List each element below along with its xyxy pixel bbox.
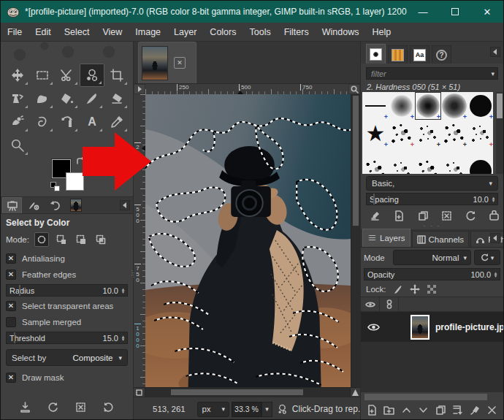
brush-acrylic-3[interactable]: + <box>441 120 467 148</box>
menu-tools[interactable]: Tools <box>243 23 277 42</box>
spacing-spinner[interactable]: ▴▾ <box>490 196 497 202</box>
lock-position-button[interactable] <box>410 284 420 294</box>
sample-merged-checkbox[interactable] <box>6 317 16 327</box>
layer-thumbnail[interactable] <box>411 315 429 340</box>
brush-hardness-025[interactable]: + <box>389 92 415 120</box>
threshold-spinner[interactable]: ▴▾ <box>120 335 126 341</box>
brush-star[interactable]: ★+ <box>362 120 389 148</box>
feather-edges-checkbox[interactable]: ✕ <box>6 270 16 280</box>
menu-layer[interactable]: Layer <box>167 23 203 42</box>
menu-windows[interactable]: Windows <box>316 23 366 42</box>
brush-texture-5[interactable] <box>467 148 493 174</box>
refresh-brushes-button[interactable] <box>463 208 478 223</box>
edit-brush-button[interactable] <box>368 208 383 223</box>
shear-tool[interactable] <box>5 87 30 110</box>
draw-mask-checkbox[interactable]: ✕ <box>6 373 16 383</box>
brush-hardness-075[interactable]: + <box>441 92 467 120</box>
collapse-layers-dock-button[interactable] <box>490 233 500 243</box>
tab-fonts[interactable]: Aa <box>410 45 429 64</box>
select-by-dropdown[interactable]: Select by Composite ▾ <box>6 349 128 366</box>
tab-brushes[interactable] <box>366 44 386 64</box>
brush-group-dropdown[interactable]: Basic, ▾ <box>366 176 498 191</box>
antialiasing-checkbox[interactable]: ✕ <box>6 253 16 264</box>
antialiasing-option[interactable]: ✕ Antialiasing <box>1 251 133 267</box>
duplicate-brush-button[interactable] <box>416 208 430 223</box>
horizontal-scrollbar-thumb[interactable] <box>171 389 303 395</box>
spacing-slider[interactable]: Spacing 10.0 ▴▾ <box>366 193 498 205</box>
layer-row[interactable]: profile-picture.jpg <box>361 312 503 342</box>
scissors-select-tool[interactable] <box>55 64 80 87</box>
menu-filters[interactable]: Filters <box>278 23 316 42</box>
horizontal-ruler[interactable]: 250 500 750 <box>145 84 348 94</box>
threshold-slider[interactable]: Threshold 15.0 ▴▾ <box>6 332 128 344</box>
delete-preset-button[interactable] <box>74 400 88 414</box>
brush-grid-scrollbar[interactable] <box>496 92 503 174</box>
menu-edit[interactable]: Edit <box>28 23 58 42</box>
minimize-button[interactable]: — <box>407 1 439 23</box>
brush-texture-2[interactable] <box>389 148 415 174</box>
save-preset-button[interactable] <box>18 400 32 414</box>
opacity-spinner[interactable]: ▴▾ <box>492 272 499 278</box>
new-brush-button[interactable] <box>392 208 407 223</box>
select-by-color-tool[interactable] <box>80 64 104 87</box>
menu-image[interactable]: Image <box>129 23 167 42</box>
tab-undo-history[interactable] <box>45 197 64 213</box>
delete-layer-button[interactable] <box>485 402 500 417</box>
tab-channels[interactable]: Channels <box>412 231 470 247</box>
lock-alpha-button[interactable] <box>427 284 437 294</box>
tab-device-status[interactable] <box>23 197 43 213</box>
lower-layer-button[interactable] <box>416 402 431 417</box>
unit-dropdown[interactable]: px ▾ <box>197 402 229 417</box>
draw-mask-option[interactable]: ✕ Draw mask <box>1 370 133 386</box>
brush-hardness-100[interactable]: + <box>467 92 493 120</box>
restore-preset-button[interactable] <box>45 400 60 414</box>
brush-line[interactable]: + <box>362 92 389 120</box>
canvas-menu-button[interactable] <box>134 84 145 94</box>
tab-help[interactable]: ? <box>432 45 451 64</box>
close-button[interactable]: ✕ <box>471 1 503 23</box>
select-transparent-option[interactable]: ✕ Select transparent areas <box>1 298 133 314</box>
zoom-image-button[interactable] <box>348 84 360 94</box>
mode-replace-button[interactable] <box>34 232 49 247</box>
mode-intersect-button[interactable] <box>93 232 108 247</box>
collapse-right-dock-button[interactable] <box>490 47 500 57</box>
layer-mode-dropdown[interactable]: Normal ▾ <box>393 250 471 265</box>
smudge-tool[interactable] <box>30 110 55 134</box>
bucket-fill-tool[interactable] <box>55 87 80 110</box>
tab-layers[interactable]: Layers <box>362 229 411 247</box>
canvas-splitter-handle[interactable]: ··· <box>131 272 135 278</box>
maximize-button[interactable] <box>439 1 471 23</box>
menu-select[interactable]: Select <box>58 23 96 42</box>
brush-acrylic-2[interactable]: + <box>415 120 441 148</box>
zoom-tool[interactable] <box>5 134 30 157</box>
opacity-slider[interactable]: Opacity 100.0 ▴▾ <box>364 268 500 280</box>
tab-tool-options[interactable] <box>2 197 22 213</box>
airbrush-tool[interactable] <box>5 110 30 134</box>
tab-images[interactable] <box>66 197 85 213</box>
crop-tool[interactable] <box>104 64 129 87</box>
horizontal-scrollbar[interactable] <box>145 388 350 397</box>
new-layer-button[interactable] <box>364 402 379 417</box>
mode-add-button[interactable] <box>54 232 69 247</box>
feather-edges-option[interactable]: ✕ Feather edges <box>1 267 133 283</box>
layer-mode-reset-button[interactable]: ▾ <box>474 250 500 265</box>
move-tool[interactable] <box>5 64 30 87</box>
canvas-viewport[interactable] <box>145 94 351 387</box>
collapse-left-dock-button[interactable] <box>120 200 130 210</box>
radius-slider[interactable]: Radius 10.0 ▴▾ <box>6 284 128 297</box>
brush-texture-3[interactable] <box>415 148 441 174</box>
merge-down-button[interactable] <box>451 402 465 417</box>
brush-acrylic-1[interactable]: + <box>389 120 415 148</box>
select-transparent-checkbox[interactable]: ✕ <box>6 301 16 311</box>
quick-mask-toggle[interactable] <box>134 388 145 397</box>
vertical-scrollbar-thumb[interactable] <box>353 96 359 226</box>
image-tab-close-button[interactable]: ✕ <box>174 57 186 69</box>
eraser-tool[interactable] <box>104 87 129 110</box>
paths-tool[interactable] <box>55 110 80 134</box>
brush-texture-4[interactable] <box>441 148 467 174</box>
open-brush-as-image-button[interactable] <box>487 208 502 223</box>
rectangle-select-tool[interactable] <box>30 64 55 87</box>
navigation-button[interactable] <box>350 388 360 397</box>
brush-scrollbar-thumb[interactable] <box>497 93 503 118</box>
reset-button[interactable] <box>102 400 116 414</box>
